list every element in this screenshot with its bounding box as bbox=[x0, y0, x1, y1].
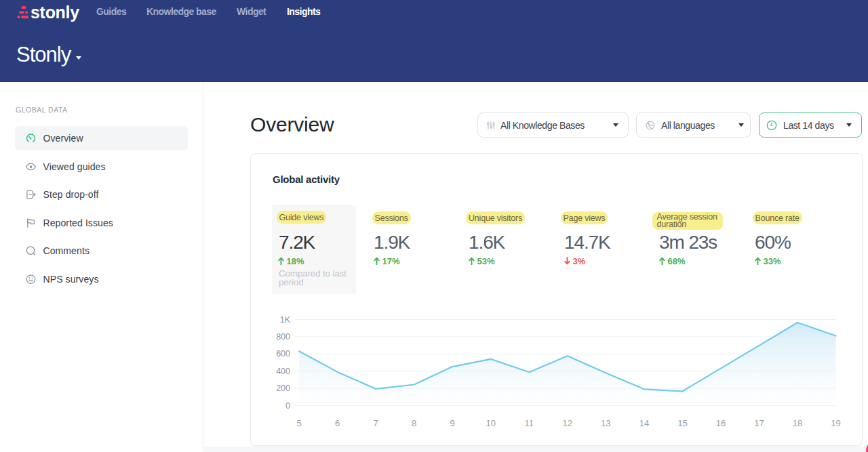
svg-text:1K: 1K bbox=[280, 315, 291, 325]
svg-text:16: 16 bbox=[716, 418, 726, 428]
svg-text:14: 14 bbox=[639, 418, 649, 428]
svg-text:13: 13 bbox=[601, 418, 610, 428]
svg-text:200: 200 bbox=[276, 384, 290, 393]
svg-text:800: 800 bbox=[276, 332, 290, 342]
svg-text:19: 19 bbox=[831, 418, 840, 428]
svg-text:600: 600 bbox=[276, 349, 290, 358]
svg-text:9: 9 bbox=[450, 418, 455, 428]
svg-text:400: 400 bbox=[276, 367, 290, 376]
svg-text:17: 17 bbox=[754, 418, 764, 428]
svg-text:5: 5 bbox=[296, 418, 301, 428]
svg-text:11: 11 bbox=[525, 418, 534, 428]
svg-text:6: 6 bbox=[335, 418, 340, 428]
svg-text:18: 18 bbox=[793, 418, 802, 428]
svg-text:15: 15 bbox=[677, 418, 687, 428]
svg-text:12: 12 bbox=[563, 418, 572, 428]
svg-text:8: 8 bbox=[412, 418, 416, 428]
svg-text:7: 7 bbox=[374, 418, 378, 428]
svg-text:10: 10 bbox=[486, 418, 495, 428]
svg-text:0: 0 bbox=[285, 401, 290, 411]
